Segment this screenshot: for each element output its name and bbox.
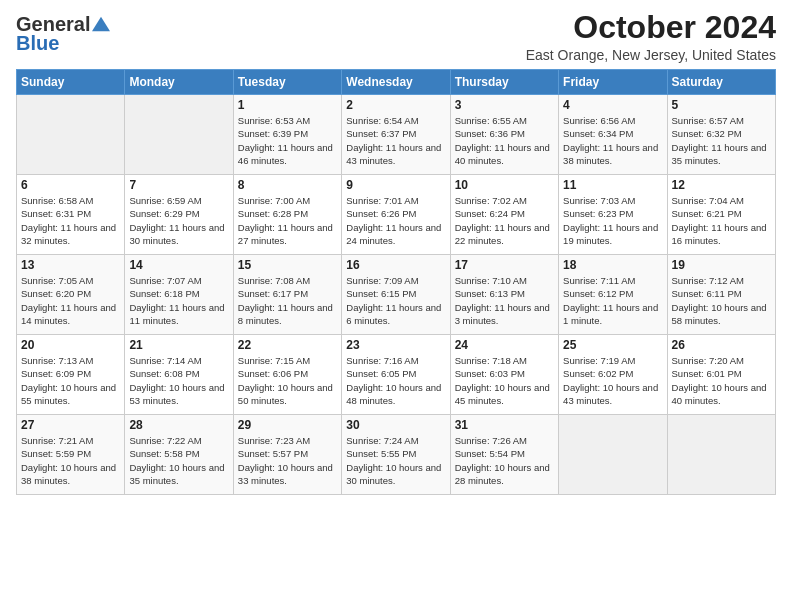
day-number: 18 [563,258,662,272]
day-number: 7 [129,178,228,192]
col-friday: Friday [559,70,667,95]
calendar-cell: 5Sunrise: 6:57 AM Sunset: 6:32 PM Daylig… [667,95,775,175]
col-tuesday: Tuesday [233,70,341,95]
calendar-cell: 30Sunrise: 7:24 AM Sunset: 5:55 PM Dayli… [342,415,450,495]
calendar-cell: 18Sunrise: 7:11 AM Sunset: 6:12 PM Dayli… [559,255,667,335]
calendar-cell: 24Sunrise: 7:18 AM Sunset: 6:03 PM Dayli… [450,335,558,415]
calendar-cell: 11Sunrise: 7:03 AM Sunset: 6:23 PM Dayli… [559,175,667,255]
calendar-cell: 13Sunrise: 7:05 AM Sunset: 6:20 PM Dayli… [17,255,125,335]
calendar-cell: 16Sunrise: 7:09 AM Sunset: 6:15 PM Dayli… [342,255,450,335]
day-number: 3 [455,98,554,112]
day-number: 6 [21,178,120,192]
calendar-cell: 27Sunrise: 7:21 AM Sunset: 5:59 PM Dayli… [17,415,125,495]
day-info: Sunrise: 7:02 AM Sunset: 6:24 PM Dayligh… [455,194,554,247]
day-number: 15 [238,258,337,272]
day-info: Sunrise: 7:23 AM Sunset: 5:57 PM Dayligh… [238,434,337,487]
logo-blue: Blue [16,32,59,55]
day-number: 8 [238,178,337,192]
day-number: 25 [563,338,662,352]
day-info: Sunrise: 7:11 AM Sunset: 6:12 PM Dayligh… [563,274,662,327]
calendar-cell [17,95,125,175]
calendar-cell: 9Sunrise: 7:01 AM Sunset: 6:26 PM Daylig… [342,175,450,255]
day-number: 31 [455,418,554,432]
col-monday: Monday [125,70,233,95]
day-number: 11 [563,178,662,192]
day-number: 12 [672,178,771,192]
calendar-cell: 3Sunrise: 6:55 AM Sunset: 6:36 PM Daylig… [450,95,558,175]
calendar-cell: 20Sunrise: 7:13 AM Sunset: 6:09 PM Dayli… [17,335,125,415]
day-info: Sunrise: 7:08 AM Sunset: 6:17 PM Dayligh… [238,274,337,327]
day-info: Sunrise: 7:04 AM Sunset: 6:21 PM Dayligh… [672,194,771,247]
day-info: Sunrise: 6:56 AM Sunset: 6:34 PM Dayligh… [563,114,662,167]
day-number: 16 [346,258,445,272]
col-thursday: Thursday [450,70,558,95]
calendar-cell: 28Sunrise: 7:22 AM Sunset: 5:58 PM Dayli… [125,415,233,495]
day-number: 30 [346,418,445,432]
day-info: Sunrise: 7:05 AM Sunset: 6:20 PM Dayligh… [21,274,120,327]
calendar-week-1: 1Sunrise: 6:53 AM Sunset: 6:39 PM Daylig… [17,95,776,175]
page: General Blue October 2024 East Orange, N… [0,0,792,612]
day-info: Sunrise: 6:57 AM Sunset: 6:32 PM Dayligh… [672,114,771,167]
day-info: Sunrise: 7:10 AM Sunset: 6:13 PM Dayligh… [455,274,554,327]
calendar-cell: 19Sunrise: 7:12 AM Sunset: 6:11 PM Dayli… [667,255,775,335]
day-info: Sunrise: 7:13 AM Sunset: 6:09 PM Dayligh… [21,354,120,407]
day-info: Sunrise: 7:09 AM Sunset: 6:15 PM Dayligh… [346,274,445,327]
calendar-week-5: 27Sunrise: 7:21 AM Sunset: 5:59 PM Dayli… [17,415,776,495]
calendar-cell: 7Sunrise: 6:59 AM Sunset: 6:29 PM Daylig… [125,175,233,255]
day-number: 2 [346,98,445,112]
calendar-cell: 2Sunrise: 6:54 AM Sunset: 6:37 PM Daylig… [342,95,450,175]
day-number: 27 [21,418,120,432]
day-info: Sunrise: 7:14 AM Sunset: 6:08 PM Dayligh… [129,354,228,407]
day-info: Sunrise: 7:19 AM Sunset: 6:02 PM Dayligh… [563,354,662,407]
calendar-week-4: 20Sunrise: 7:13 AM Sunset: 6:09 PM Dayli… [17,335,776,415]
calendar-cell: 26Sunrise: 7:20 AM Sunset: 6:01 PM Dayli… [667,335,775,415]
calendar-cell: 29Sunrise: 7:23 AM Sunset: 5:57 PM Dayli… [233,415,341,495]
day-info: Sunrise: 7:03 AM Sunset: 6:23 PM Dayligh… [563,194,662,247]
title-area: October 2024 East Orange, New Jersey, Un… [526,10,776,63]
day-number: 22 [238,338,337,352]
day-number: 1 [238,98,337,112]
day-number: 28 [129,418,228,432]
col-saturday: Saturday [667,70,775,95]
calendar-cell: 15Sunrise: 7:08 AM Sunset: 6:17 PM Dayli… [233,255,341,335]
calendar-cell [667,415,775,495]
logo: General [16,14,110,34]
day-info: Sunrise: 7:00 AM Sunset: 6:28 PM Dayligh… [238,194,337,247]
calendar-cell: 10Sunrise: 7:02 AM Sunset: 6:24 PM Dayli… [450,175,558,255]
calendar-header-row: Sunday Monday Tuesday Wednesday Thursday… [17,70,776,95]
calendar-cell: 12Sunrise: 7:04 AM Sunset: 6:21 PM Dayli… [667,175,775,255]
day-info: Sunrise: 7:07 AM Sunset: 6:18 PM Dayligh… [129,274,228,327]
calendar-cell: 21Sunrise: 7:14 AM Sunset: 6:08 PM Dayli… [125,335,233,415]
day-number: 5 [672,98,771,112]
day-number: 9 [346,178,445,192]
day-info: Sunrise: 7:16 AM Sunset: 6:05 PM Dayligh… [346,354,445,407]
day-info: Sunrise: 6:58 AM Sunset: 6:31 PM Dayligh… [21,194,120,247]
day-info: Sunrise: 7:22 AM Sunset: 5:58 PM Dayligh… [129,434,228,487]
logo-icon [92,15,110,33]
day-info: Sunrise: 6:59 AM Sunset: 6:29 PM Dayligh… [129,194,228,247]
calendar-cell: 8Sunrise: 7:00 AM Sunset: 6:28 PM Daylig… [233,175,341,255]
day-number: 21 [129,338,228,352]
logo-general: General [16,14,90,34]
day-info: Sunrise: 7:15 AM Sunset: 6:06 PM Dayligh… [238,354,337,407]
day-info: Sunrise: 6:55 AM Sunset: 6:36 PM Dayligh… [455,114,554,167]
day-number: 26 [672,338,771,352]
logo-area: General Blue [16,10,110,55]
svg-marker-0 [92,17,110,31]
day-number: 17 [455,258,554,272]
day-info: Sunrise: 7:26 AM Sunset: 5:54 PM Dayligh… [455,434,554,487]
day-info: Sunrise: 6:54 AM Sunset: 6:37 PM Dayligh… [346,114,445,167]
calendar-cell: 1Sunrise: 6:53 AM Sunset: 6:39 PM Daylig… [233,95,341,175]
day-number: 10 [455,178,554,192]
day-number: 23 [346,338,445,352]
location-title: East Orange, New Jersey, United States [526,47,776,63]
calendar-cell: 23Sunrise: 7:16 AM Sunset: 6:05 PM Dayli… [342,335,450,415]
day-number: 4 [563,98,662,112]
col-sunday: Sunday [17,70,125,95]
calendar-cell: 6Sunrise: 6:58 AM Sunset: 6:31 PM Daylig… [17,175,125,255]
day-number: 14 [129,258,228,272]
calendar-cell: 22Sunrise: 7:15 AM Sunset: 6:06 PM Dayli… [233,335,341,415]
day-number: 29 [238,418,337,432]
calendar-cell: 14Sunrise: 7:07 AM Sunset: 6:18 PM Dayli… [125,255,233,335]
day-info: Sunrise: 7:01 AM Sunset: 6:26 PM Dayligh… [346,194,445,247]
